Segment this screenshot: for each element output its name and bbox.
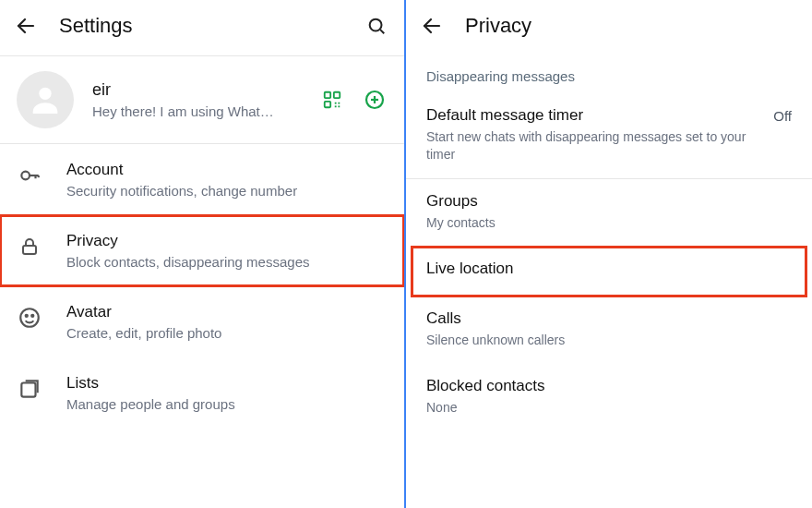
svg-point-14	[21, 172, 30, 180]
section-header-disappearing: Disappearing messages	[406, 55, 812, 93]
privacy-item-live-location[interactable]: Live location	[412, 247, 806, 296]
svg-rect-22	[21, 383, 35, 397]
settings-title: Settings	[59, 14, 343, 38]
item-title: Account	[66, 161, 388, 179]
privacy-item-groups[interactable]: Groups My contacts	[406, 179, 812, 247]
svg-rect-8	[338, 103, 340, 104]
lists-icon	[17, 376, 42, 402]
svg-rect-9	[335, 105, 337, 107]
item-sub: Manage people and groups	[66, 396, 388, 412]
item-text: Lists Manage people and groups	[66, 374, 388, 412]
back-icon[interactable]	[13, 13, 39, 39]
svg-point-19	[20, 308, 39, 327]
svg-rect-18	[23, 246, 36, 254]
item-text: Calls Silence unknown callers	[426, 309, 792, 349]
profile-name: eir	[92, 80, 301, 100]
avatar-face-icon	[17, 305, 42, 331]
key-icon	[17, 163, 42, 188]
item-value: Off	[773, 106, 792, 124]
item-title: Live location	[426, 260, 792, 278]
item-text: Privacy Block contacts, disappearing mes…	[66, 232, 388, 270]
profile-actions	[319, 87, 388, 113]
item-sub: My contacts	[426, 214, 792, 232]
privacy-item-default-timer[interactable]: Default message timer Start new chats wi…	[406, 93, 812, 178]
item-sub: Create, edit, profile photo	[66, 325, 388, 341]
add-icon[interactable]	[362, 87, 388, 113]
item-text: Live location	[426, 260, 792, 282]
settings-pane: Settings eir Hey there! I am using What…	[0, 0, 406, 508]
avatar	[17, 71, 74, 128]
settings-item-account[interactable]: Account Security notifications, change n…	[0, 144, 404, 215]
svg-rect-7	[335, 103, 337, 104]
item-sub: Silence unknown callers	[426, 332, 792, 349]
svg-point-20	[26, 315, 28, 317]
privacy-item-blocked-contacts[interactable]: Blocked contacts None	[406, 364, 812, 431]
item-title: Avatar	[66, 303, 388, 321]
svg-rect-10	[338, 105, 340, 107]
item-text: Default message timer Start new chats wi…	[426, 106, 762, 163]
settings-header: Settings	[0, 0, 404, 55]
profile-row[interactable]: eir Hey there! I am using What…	[0, 56, 404, 143]
svg-point-21	[31, 315, 33, 317]
lock-icon	[17, 234, 42, 260]
item-title: Privacy	[66, 232, 388, 250]
item-title: Groups	[426, 192, 792, 211]
svg-rect-5	[334, 92, 340, 98]
qr-code-icon[interactable]	[319, 87, 345, 113]
privacy-header: Privacy	[406, 0, 812, 55]
svg-rect-6	[325, 102, 330, 107]
item-text: Blocked contacts None	[426, 377, 792, 417]
item-title: Calls	[426, 309, 792, 328]
privacy-item-calls[interactable]: Calls Silence unknown callers	[406, 296, 812, 364]
back-icon[interactable]	[419, 13, 445, 39]
item-sub: Start new chats with disappearing messag…	[426, 128, 762, 163]
item-title: Blocked contacts	[426, 377, 792, 395]
item-sub: Security notifications, change number	[66, 183, 388, 199]
search-icon[interactable]	[364, 13, 389, 39]
profile-status: Hey there! I am using What…	[92, 103, 301, 119]
privacy-title: Privacy	[465, 14, 797, 38]
item-title: Lists	[66, 374, 388, 393]
profile-text: eir Hey there! I am using What…	[92, 80, 301, 119]
svg-point-1	[370, 19, 382, 31]
settings-item-avatar[interactable]: Avatar Create, edit, profile photo	[0, 286, 404, 357]
item-sub: None	[426, 399, 792, 417]
svg-rect-4	[325, 92, 330, 98]
item-text: Groups My contacts	[426, 192, 792, 232]
svg-point-3	[39, 88, 51, 100]
settings-item-lists[interactable]: Lists Manage people and groups	[0, 357, 404, 429]
settings-item-privacy[interactable]: Privacy Block contacts, disappearing mes…	[0, 215, 404, 286]
item-sub: Block contacts, disappearing messages	[66, 254, 388, 270]
item-text: Avatar Create, edit, profile photo	[66, 303, 388, 341]
privacy-pane: Privacy Disappearing messages Default me…	[406, 0, 812, 508]
item-title: Default message timer	[426, 106, 762, 125]
item-text: Account Security notifications, change n…	[66, 161, 388, 199]
svg-line-2	[380, 30, 384, 33]
